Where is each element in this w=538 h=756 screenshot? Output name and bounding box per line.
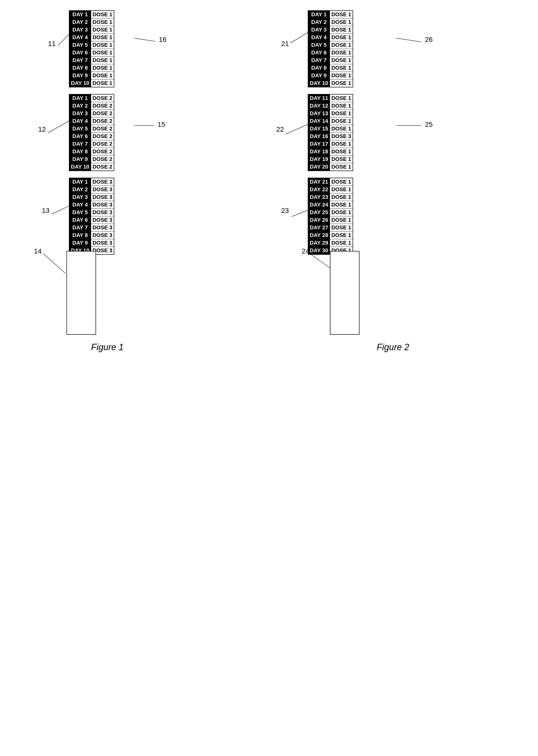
figure2-label: Figure 2 (377, 342, 409, 352)
svg-line-1 (134, 38, 155, 41)
ref-label-16: 16 (159, 36, 166, 44)
ref-label-12: 12 (38, 126, 46, 133)
ref-label-11: 11 (48, 40, 56, 48)
page-content: DAY 1DOSE 1DAY 2DOSE 1DAY 3DOSE 1DAY 4DO… (0, 0, 538, 756)
table-12: DAY 1DOSE 2DAY 2DOSE 2DAY 3DOSE 2DAY 4DO… (69, 94, 114, 171)
ref-label-23: 23 (281, 207, 289, 215)
table-23: DAY 21DOSE 1DAY 22DOSE 1DAY 23DOSE 1DAY … (308, 178, 353, 255)
ref-label-25: 25 (425, 121, 433, 128)
ref-label-13: 13 (42, 207, 49, 215)
table-13: DAY 1DOSE 3DAY 2DOSE 3DAY 3DOSE 3DAY 4DO… (69, 178, 114, 255)
ref-label-26: 26 (425, 36, 433, 44)
svg-line-5 (43, 253, 65, 273)
ref-label-21: 21 (281, 40, 289, 48)
ref-label-22: 22 (276, 126, 284, 133)
ref-label-14: 14 (34, 247, 42, 255)
figure1-label: Figure 1 (91, 342, 124, 352)
table-22: DAY 11DOSE 1DAY 12DOSE 1DAY 13DOSE 1DAY … (308, 94, 353, 171)
tall-box-14 (67, 251, 96, 335)
ref-label-15: 15 (158, 121, 165, 128)
ref-label-24: 24 (301, 247, 309, 255)
table-11: DAY 1DOSE 1DAY 2DOSE 1DAY 3DOSE 1DAY 4DO… (69, 10, 114, 87)
table-21: DAY 1DOSE 1DAY 2DOSE 1DAY 3DOSE 1DAY 4DO… (308, 10, 353, 87)
svg-line-7 (397, 38, 421, 42)
tall-box-24 (330, 251, 359, 335)
